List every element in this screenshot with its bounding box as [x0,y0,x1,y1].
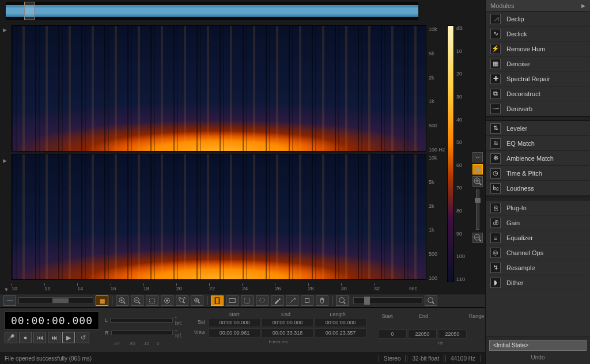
db-label: 110 [456,276,469,282]
zoom-tool-icon[interactable] [336,295,349,306]
module-label: Plug-In [506,204,527,211]
sel-start-field[interactable]: 00:00:00.000 [209,318,260,327]
overview-panel [0,0,485,22]
freq-start-field[interactable]: 0 [378,329,407,339]
loop-button[interactable]: ↺ [77,332,89,343]
module-item-declick[interactable]: ∿Declick [486,26,590,41]
play-button[interactable]: ▶ [62,332,75,343]
module-item-equalizer[interactable]: ≡Equalizer [486,230,590,245]
zoom-slider-horizontal[interactable] [353,297,422,304]
status-message: File opened successfully (865 ms) [5,355,92,362]
svg-line-18 [183,302,185,304]
view-length-field[interactable]: 00:00:23.357 [315,328,366,338]
freq-label: 2k [429,203,446,209]
timeline-ruler[interactable]: 10 12 14 16 18 20 22 24 26 28 30 32 sec [12,282,426,293]
hand-tool-icon[interactable] [316,295,328,306]
zoom-in-icon[interactable] [116,295,128,306]
spectrogram-left-channel[interactable] [12,25,426,151]
module-item-denoise[interactable]: ▦Denoise [486,56,590,71]
view-start-field[interactable]: 00:00:09.961 [209,328,260,338]
spectrogram-right-channel[interactable] [12,154,426,280]
dereverb-icon: 〰 [490,104,501,114]
freq-label: 10k [429,155,446,161]
rewind-button[interactable]: ⏮ [33,332,46,343]
overview-waveform[interactable] [6,2,418,20]
freq-end-field[interactable]: 22050 [408,329,437,339]
channel-expand-right-icon[interactable]: ▶ [3,158,9,164]
freq-label: 1k [429,98,446,104]
modules-collapse-icon[interactable]: ▶ [581,3,585,9]
db-label: 90 [456,231,469,237]
module-item-dither[interactable]: ◗Dither [486,275,590,290]
history-state[interactable]: <Initial State> [489,340,587,351]
module-label: Loudness [506,185,534,192]
module-item-remove-hum[interactable]: ⚡Remove Hum [486,41,590,56]
zoom-in-vertical-icon[interactable] [472,176,483,187]
module-item-dereverb[interactable]: 〰Dereverb [486,101,590,116]
module-label: Resample [506,264,535,271]
zoom-reset-icon[interactable] [161,295,173,306]
zoom-fit-icon[interactable] [176,295,188,306]
sel-length-field[interactable]: 00:00:00.000 [315,318,366,327]
module-item-leveler[interactable]: ⇅Leveler [486,121,590,136]
zoom-all-icon[interactable] [191,295,203,306]
module-item-deconstruct[interactable]: ⧉Deconstruct [486,86,590,101]
svg-line-12 [139,302,141,304]
spectrogram-mode-icon[interactable]: ▦ [96,295,108,306]
sel-end-field[interactable]: 00:00:00.000 [262,318,313,327]
loudness-icon: ㏒ [490,183,501,194]
module-label: Remove Hum [506,46,545,52]
channel-expand-left-icon[interactable]: ▶ [3,27,9,33]
undo-label[interactable]: Undo [489,354,587,361]
box-selection-tool-icon[interactable] [241,295,254,306]
module-item-plug-in[interactable]: ⎘Plug-In [486,200,590,215]
module-item-gain[interactable]: ㏈Gain [486,215,590,230]
module-item-eq-match[interactable]: ≋EQ Match [486,136,590,151]
freq-range-field[interactable]: 22050 [438,329,467,339]
denoise-icon: ▦ [490,59,501,69]
overview-selection[interactable] [24,2,35,20]
freq-label: 500 [429,251,446,257]
module-item-time-pitch[interactable]: ◷Time & Pitch [486,166,590,181]
horizontal-scrollbar[interactable] [18,297,93,304]
gain-icon: ㏈ [490,218,501,228]
meter-scale-label: -10 [142,341,149,346]
brush-tool-icon[interactable] [271,295,283,306]
modules-header[interactable]: Modules ▶ [486,0,590,12]
module-item-channel-ops[interactable]: ◎Channel Ops [486,245,590,260]
record-arm-icon[interactable]: 🎤 [5,332,17,343]
status-rate: 44100 Hz [445,355,481,362]
wand-tool-icon[interactable] [286,295,298,306]
db-label: 100 [456,253,469,259]
zoom-selection-icon[interactable] [146,295,158,306]
zoom-out-h-icon[interactable] [425,295,437,306]
forward-button[interactable]: ⏭ [48,332,60,343]
module-item-loudness[interactable]: ㏒Loudness [486,181,590,196]
waveform-mode-icon[interactable]: 〰 [3,295,16,306]
row-label: View [190,328,207,338]
freq-unit-label: Hz [439,147,445,153]
view-end-field[interactable]: 00:00:33.318 [262,328,313,338]
freq-selection-tool-icon[interactable] [226,295,239,306]
lasso-tool-icon[interactable] [256,295,268,306]
module-item-spectral-repair[interactable]: ✚Spectral Repair [486,71,590,86]
meter-left-label: L [105,317,108,323]
time-selection-tool-icon[interactable] [211,295,224,306]
spectro-view-icon[interactable]: ▦ [472,164,483,175]
svg-rect-14 [150,298,155,304]
timeline-tick: 22 [209,286,242,291]
collapse-down-icon[interactable]: ▼ [1,287,12,293]
vertical-zoom-slider[interactable] [476,189,479,230]
zoom-out-vertical-icon[interactable] [472,233,483,243]
module-item-resample[interactable]: ↯Resample [486,260,590,275]
level-meters: L -Inf. R -Inf. -Inf. -40 -10 0 [105,312,184,349]
module-item-declip[interactable]: ⩘Declip [486,12,590,26]
module-item-ambience-match[interactable]: ✻Ambience Match [486,151,590,166]
record-button[interactable]: ● [19,332,32,343]
eq-match-icon: ≋ [490,138,501,149]
status-bar: File opened successfully (865 ms) Stereo… [0,352,485,364]
eraser-tool-icon[interactable] [301,295,313,306]
svg-rect-27 [245,298,250,304]
zoom-out-icon[interactable] [131,295,143,306]
wave-view-icon[interactable]: 〰 [472,152,483,162]
